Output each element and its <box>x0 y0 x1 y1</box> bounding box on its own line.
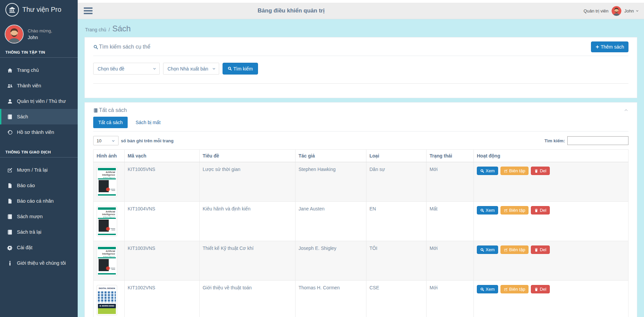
cell-actions: Xem Biên tập Del <box>474 241 628 281</box>
add-book-button[interactable]: Thêm sách <box>591 41 628 52</box>
view-button[interactable]: Xem <box>477 206 498 214</box>
sidebar-item-settings[interactable]: Cài đặt <box>0 240 78 255</box>
topbar: Bảng điều khiển quản trị Quản trị viên <box>78 3 644 19</box>
brand[interactable]: Thư viện Pro <box>0 0 78 19</box>
sidebar-item-issue-return[interactable]: Mượn / Trả lại <box>0 162 78 178</box>
user-role-label: Quản trị viên <box>584 8 609 13</box>
cell-category: Dân sự <box>366 162 427 202</box>
column-header-barcode[interactable]: Mã vạch <box>125 150 200 162</box>
delete-button[interactable]: Del <box>531 246 550 254</box>
cell-barcode: KIT1003VNS <box>125 241 200 281</box>
sidebar-item-borrowed-books[interactable]: Sách mượn <box>0 209 78 224</box>
sidebar-item-personal-reports[interactable]: Báo cáo cá nhân <box>0 193 78 209</box>
edit-button[interactable]: Biên tập <box>500 285 529 293</box>
table-header-row: Hình ảnh Mã vạch Tiêu đề Tác giả Loại Tr… <box>94 150 628 162</box>
books-panel-title-text: Tất cả sách <box>99 107 127 113</box>
cell-image: DIGITAL DESIGN M. MORRIS MANO <box>94 281 125 317</box>
table-controls: 10 số bản ghi trên mỗi trang Tìm kiếm: <box>93 136 628 145</box>
column-header-author[interactable]: Tác giả <box>295 150 366 162</box>
page-size-label: số bản ghi trên mỗi trang <box>121 138 174 143</box>
table-row: ArtificialIntelligence A Modern Approach… <box>94 241 628 281</box>
column-header-category[interactable]: Loại <box>366 150 427 162</box>
column-header-actions: Hoạt động <box>474 150 628 162</box>
info-icon <box>6 260 13 266</box>
books-panel-title: Tất cả sách <box>93 107 127 113</box>
edit-button[interactable]: Biên tập <box>500 206 529 214</box>
collapse-panel-button[interactable] <box>624 108 628 113</box>
sidebar-section-transactions-title: THÔNG TIN GIAO DỊCH <box>0 150 78 157</box>
cell-category: TÔI <box>366 241 427 281</box>
sidebar-item-books[interactable]: Sách <box>0 109 78 124</box>
user-dropdown[interactable]: John <box>624 8 639 13</box>
publisher-select[interactable]: Chọn Nhà xuất bản <box>163 63 219 75</box>
sidebar-menu-files: Trang chủ Thành viên Quản trị viên / Thủ… <box>0 62 78 140</box>
book-cover-art: ArtificialIntelligence A Modern Approach <box>98 207 116 235</box>
edit-icon <box>504 169 508 173</box>
book-cover-thumbnail: ArtificialIntelligence A Modern Approach <box>97 206 117 236</box>
search-icon <box>480 287 484 291</box>
cell-image: ArtificialIntelligence A Modern Approach <box>94 162 125 202</box>
sidebar-toggle-button[interactable] <box>84 7 93 14</box>
books-panel-header: Tất cả sách <box>93 107 628 113</box>
sidebar-section-files-title: THÔNG TIN TẬP TIN <box>0 50 78 58</box>
column-header-status[interactable]: Trạng thái <box>427 150 474 162</box>
profile-text: Chào mừng, John <box>28 28 52 40</box>
view-button[interactable]: Xem <box>477 246 498 254</box>
sidebar: Thư viện Pro Chào mừng, John <box>0 0 78 317</box>
search-panel: Tìm kiếm sách cụ thể Thêm sách Chọn tiêu… <box>84 37 637 98</box>
book-icon <box>6 114 13 120</box>
edit-icon <box>504 208 508 212</box>
cell-title: Lược sử thời gian <box>200 162 295 202</box>
tab-all-books[interactable]: Tất cả sách <box>93 117 128 128</box>
search-icon <box>480 248 484 252</box>
title-select[interactable]: Chọn tiêu đề <box>93 63 160 75</box>
sidebar-item-reports[interactable]: Báo cáo <box>0 178 78 193</box>
cell-actions: Xem Biên tập Del <box>474 281 628 317</box>
search-panel-title: Tìm kiếm sách cụ thể <box>93 44 150 50</box>
sidebar-item-admins[interactable]: Quản trị viên / Thủ thư <box>0 93 78 109</box>
delete-button[interactable]: Del <box>531 206 550 214</box>
trash-icon <box>534 287 538 291</box>
view-button[interactable]: Xem <box>477 285 498 293</box>
table-search-label: Tìm kiếm: <box>544 138 565 143</box>
sidebar-item-member-records[interactable]: Hồ sơ thành viên <box>0 124 78 140</box>
edit-button[interactable]: Biên tập <box>500 167 529 175</box>
library-logo-icon <box>5 3 19 17</box>
table-search-input[interactable] <box>567 136 628 145</box>
cell-author: Jane Austen <box>295 202 366 241</box>
sidebar-item-returned-books[interactable]: Sách trả lại <box>0 224 78 240</box>
sidebar-profile: Chào mừng, John <box>5 25 78 44</box>
chevron-down-icon <box>212 67 216 70</box>
chevron-down-icon <box>636 9 639 12</box>
sidebar-item-label: Cài đặt <box>17 245 32 250</box>
breadcrumb-home-link[interactable]: Trang chủ <box>85 27 106 32</box>
dashboard-title: Bảng điều khiển quản trị <box>258 7 325 14</box>
sidebar-item-home[interactable]: Trang chủ <box>0 62 78 78</box>
breadcrumb-separator: / <box>109 27 110 32</box>
cell-barcode: KIT1002VNS <box>125 281 200 317</box>
chevron-down-icon <box>153 67 156 70</box>
column-header-title[interactable]: Tiêu đề <box>200 150 295 162</box>
sidebar-item-about-us[interactable]: Giới thiệu về chúng tôi <box>0 255 78 271</box>
view-button[interactable]: Xem <box>477 167 498 175</box>
books-table: Hình ảnh Mã vạch Tiêu đề Tác giả Loại Tr… <box>93 149 628 317</box>
page-content: Trang chủ / Sách Tìm kiếm sách cụ thể Th… <box>78 19 644 317</box>
cell-status: Mới <box>427 162 474 202</box>
delete-button[interactable]: Del <box>531 285 550 293</box>
book-cover-art: ArtificialIntelligence A Modern Approach <box>98 247 116 275</box>
books-panel: Tất cả sách Tất cả sách Sách bị mất 10 <box>84 102 637 317</box>
edit-button[interactable]: Biên tập <box>500 246 529 254</box>
delete-button[interactable]: Del <box>531 167 550 175</box>
book-cover-art: DIGITAL DESIGN M. MORRIS MANO <box>98 286 116 314</box>
cell-barcode: KIT1004VNS <box>125 202 200 241</box>
page-size-select[interactable]: 10 <box>93 136 119 145</box>
edit-icon <box>6 167 13 173</box>
profile-user-name: John <box>28 35 52 40</box>
topbar-avatar[interactable] <box>612 6 621 16</box>
user-avatar <box>5 25 24 44</box>
sidebar-item-members[interactable]: Thành viên <box>0 78 78 93</box>
sidebar-item-label: Báo cáo <box>17 183 35 188</box>
column-header-image[interactable]: Hình ảnh <box>94 150 125 162</box>
search-button[interactable]: Tìm kiếm <box>223 63 258 75</box>
tab-lost-books[interactable]: Sách bị mất <box>130 117 165 128</box>
